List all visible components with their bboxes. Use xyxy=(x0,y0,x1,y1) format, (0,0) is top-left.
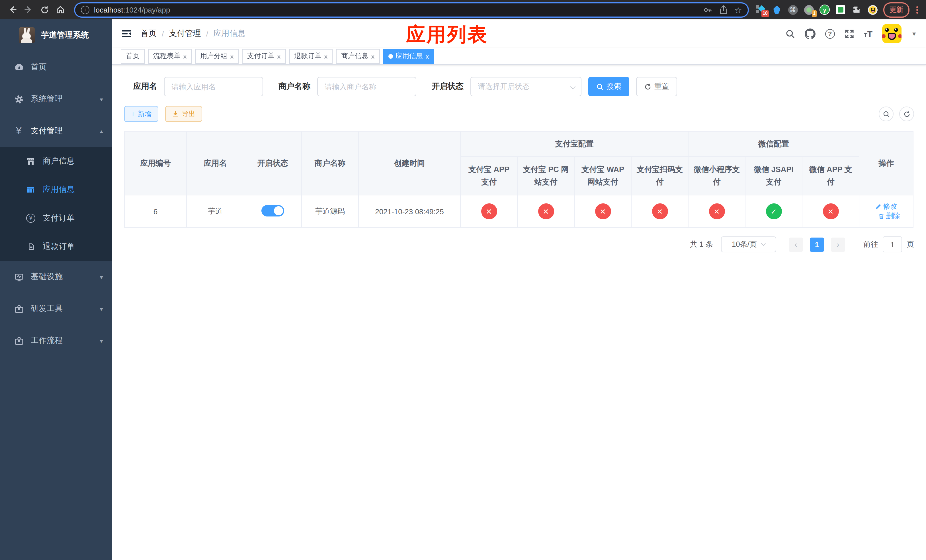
sidebar-item-payment[interactable]: ¥ 支付管理 ▲ xyxy=(0,115,112,147)
col-status: 开启状态 xyxy=(244,131,301,195)
search-icon[interactable] xyxy=(785,29,795,38)
sidebar-item-pay-order[interactable]: ¥ 支付订单 xyxy=(0,204,112,232)
add-button[interactable]: + 新增 xyxy=(124,106,158,122)
col-wx-app: 微信 APP 支付 xyxy=(802,156,859,195)
fullscreen-icon[interactable] xyxy=(844,29,854,38)
extension-badge: 1 xyxy=(812,10,817,17)
reset-button[interactable]: 重置 xyxy=(636,77,677,96)
search-button[interactable]: 搜索 xyxy=(588,77,629,96)
browser-reload-button[interactable] xyxy=(38,3,51,17)
delete-button[interactable]: 删除 xyxy=(878,211,900,221)
status-toggle[interactable] xyxy=(262,205,284,216)
col-operations: 操作 xyxy=(859,131,913,195)
tab-pay-order[interactable]: 支付订单x xyxy=(242,49,286,64)
sidebar-item-system[interactable]: 系统管理 ▼ xyxy=(0,83,112,115)
breadcrumb-payment[interactable]: 支付管理 xyxy=(169,29,201,39)
tab-home[interactable]: 首页 xyxy=(121,49,145,64)
balloon-extension-icon[interactable] xyxy=(772,5,782,15)
help-icon[interactable]: ? xyxy=(825,29,835,38)
col-group-alipay: 支付宝配置 xyxy=(460,131,688,156)
tab-user-group[interactable]: 用户分组x xyxy=(195,49,239,64)
chevron-up-icon: ▲ xyxy=(98,129,104,133)
tab-process-form[interactable]: 流程表单x xyxy=(148,49,192,64)
share-icon[interactable] xyxy=(719,5,728,15)
page-number-1[interactable]: 1 xyxy=(810,237,824,251)
goto-page-input[interactable] xyxy=(883,236,902,252)
browser-update-button[interactable]: 更新 xyxy=(883,2,909,17)
sidebar-item-infra[interactable]: 基础设施 ▼ xyxy=(0,261,112,293)
address-bar[interactable]: i localhost:1024/pay/app ☆ xyxy=(74,2,749,17)
sidebar-item-label: 退款订单 xyxy=(43,242,75,252)
sidebar-item-home[interactable]: 首页 xyxy=(0,51,112,83)
extension-area: 10 ⌘ 1 y xyxy=(756,5,878,15)
close-icon[interactable]: x xyxy=(426,53,429,59)
col-wx-lite: 微信小程序支付 xyxy=(688,156,745,195)
briefcase-icon xyxy=(14,336,24,345)
cell-app-id: 6 xyxy=(124,195,186,228)
col-created: 创建时间 xyxy=(359,131,460,195)
chevron-down-icon[interactable]: ▼ xyxy=(911,30,917,37)
breadcrumb: 首页 / 支付管理 / 应用信息 xyxy=(141,29,245,39)
puzzle-extensions-icon[interactable] xyxy=(851,5,862,15)
alipay-pc-status-icon: ✕ xyxy=(538,203,554,219)
wechat-jsapi-status-icon: ✓ xyxy=(766,203,782,219)
status-select[interactable]: 请选择开启状态 xyxy=(471,77,581,96)
close-icon[interactable]: x xyxy=(230,53,233,59)
github-icon[interactable] xyxy=(805,28,816,39)
sidebar-item-devtools[interactable]: 研发工具 ▼ xyxy=(0,293,112,325)
page-size-select[interactable]: 10条/页 xyxy=(721,236,776,252)
wechat-lite-status-icon: ✕ xyxy=(709,203,725,219)
wechat-app-status-icon: ✕ xyxy=(823,203,838,219)
close-icon[interactable]: x xyxy=(371,53,374,59)
command-extension-icon[interactable]: ⌘ xyxy=(788,5,798,15)
avatar[interactable] xyxy=(882,24,902,43)
password-key-icon[interactable] xyxy=(702,5,712,15)
chevron-down-icon: ▼ xyxy=(98,306,104,311)
sidebar-item-label: 研发工具 xyxy=(31,304,63,314)
search-form: 应用名 商户名称 开启状态 请选择开启状态 搜索 重置 xyxy=(133,77,914,96)
chevron-down-icon: ▼ xyxy=(98,338,104,343)
bookmark-star-icon[interactable]: ☆ xyxy=(734,5,742,14)
sidebar-item-app-info[interactable]: 应用信息 xyxy=(0,176,112,204)
sidebar-item-label: 工作流程 xyxy=(31,336,63,346)
chat-extension-icon[interactable] xyxy=(835,5,846,15)
next-page-button[interactable]: › xyxy=(831,237,845,251)
toggle-search-button[interactable] xyxy=(879,106,894,121)
edit-button[interactable]: 修改 xyxy=(875,202,897,211)
total-count: 共 1 条 xyxy=(690,239,713,250)
sidebar-item-label: 商户信息 xyxy=(43,156,75,166)
alipay-qr-status-icon: ✕ xyxy=(652,203,668,219)
sidebar-item-label: 首页 xyxy=(31,62,47,73)
tab-merchant-info[interactable]: 商户信息x xyxy=(336,49,380,64)
extension-badge: 10 xyxy=(761,10,769,17)
browser-menu-icon[interactable] xyxy=(916,6,918,14)
close-icon[interactable]: x xyxy=(183,53,186,59)
sidebar-collapse-icon[interactable] xyxy=(121,29,132,38)
refresh-button[interactable] xyxy=(899,106,914,121)
browser-home-button[interactable] xyxy=(53,3,67,17)
emoji-extension-icon[interactable] xyxy=(867,5,878,15)
tab-refund-order[interactable]: 退款订单x xyxy=(289,49,333,64)
close-icon[interactable]: x xyxy=(324,53,327,59)
goto-label: 前往 xyxy=(863,239,878,250)
sidebar-item-refund-order[interactable]: 退款订单 xyxy=(0,232,112,261)
close-icon[interactable]: x xyxy=(277,53,280,59)
tab-app-info[interactable]: 应用信息x xyxy=(383,49,434,64)
green-y-extension-icon[interactable]: y xyxy=(820,5,830,15)
browser-forward-button[interactable] xyxy=(22,3,35,17)
browser-back-button[interactable] xyxy=(6,3,20,17)
app-name-input[interactable] xyxy=(164,77,263,96)
prev-page-button[interactable]: ‹ xyxy=(789,237,803,251)
sidebar-logo[interactable]: 芋道管理系统 xyxy=(0,20,112,51)
merchant-name-input[interactable] xyxy=(317,77,416,96)
export-button[interactable]: 导出 xyxy=(165,106,202,122)
col-group-wechat: 微信配置 xyxy=(688,131,859,156)
sketch-extension-icon[interactable]: 10 xyxy=(756,5,766,15)
sidebar-item-workflow[interactable]: 工作流程 ▼ xyxy=(0,325,112,357)
site-info-icon[interactable]: i xyxy=(81,5,89,14)
recorder-extension-icon[interactable]: 1 xyxy=(803,5,814,15)
sidebar-item-merchant-info[interactable]: 商户信息 xyxy=(0,147,112,176)
breadcrumb-home[interactable]: 首页 xyxy=(141,29,157,39)
font-size-icon[interactable]: TT xyxy=(864,29,873,38)
page-title-annotation: 应用列表 xyxy=(406,22,488,48)
